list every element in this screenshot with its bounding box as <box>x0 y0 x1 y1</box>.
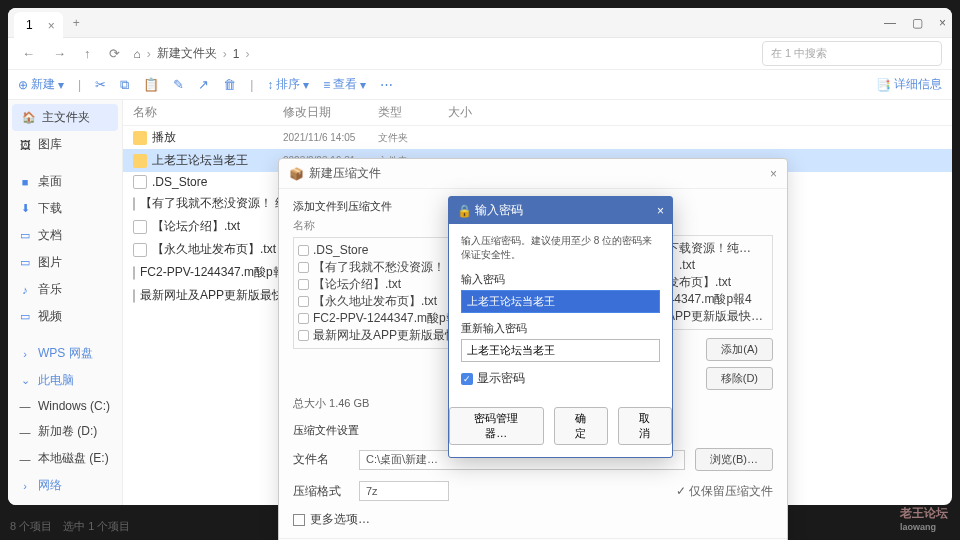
col-size[interactable]: 大小 <box>448 104 508 121</box>
sort-button[interactable]: ↕ 排序 ▾ <box>267 76 309 93</box>
browse-button[interactable]: 浏览(B)… <box>695 448 773 471</box>
copy-icon[interactable]: ⧉ <box>120 77 129 93</box>
watermark: 老王论坛laowang <box>900 503 948 532</box>
breadcrumb[interactable]: ⌂ › 新建文件夹 › 1 › <box>134 45 753 62</box>
file-icon <box>133 289 135 303</box>
sidebar-item-drive-d[interactable]: —新加卷 (D:) <box>8 418 122 445</box>
file-icon <box>133 220 147 234</box>
sidebar-item-downloads[interactable]: ⬇下载 <box>8 195 122 222</box>
more-options-check[interactable]: 更多选项… <box>293 511 773 528</box>
format-select[interactable] <box>359 481 449 501</box>
breadcrumb-seg[interactable]: 新建文件夹 <box>157 45 217 62</box>
password-dialog-title: 🔒 输入密码 × <box>449 197 672 224</box>
sidebar-item-documents[interactable]: ▭文档 <box>8 222 122 249</box>
rename-icon[interactable]: ✎ <box>173 77 184 92</box>
password-confirm-input[interactable]: 上老王论坛当老王 <box>461 339 660 362</box>
sidebar-item-pictures[interactable]: ▭图片 <box>8 249 122 276</box>
search-input[interactable]: 在 1 中搜索 <box>762 41 942 66</box>
sidebar-item-drive-c[interactable]: —Windows (C:) <box>8 394 122 418</box>
sidebar-item-music[interactable]: ♪音乐 <box>8 276 122 303</box>
window-controls: — ▢ × <box>884 16 946 30</box>
more-icon[interactable]: ⋯ <box>380 77 393 92</box>
archive-icon: 📦 <box>289 167 304 181</box>
cancel-button[interactable]: 取消 <box>618 407 672 445</box>
maximize-icon[interactable]: ▢ <box>912 16 923 30</box>
sidebar-item-network[interactable]: ›网络 <box>8 472 122 499</box>
delete-icon[interactable]: 🗑 <box>223 77 236 92</box>
home-icon: ⌂ <box>134 47 141 61</box>
password-manager-button[interactable]: 密码管理器… <box>449 407 544 445</box>
share-icon[interactable]: ↗ <box>198 77 209 92</box>
file-icon <box>298 279 309 290</box>
details-button[interactable]: 📑 详细信息 <box>876 76 942 93</box>
address-bar: ← → ↑ ⟳ ⌂ › 新建文件夹 › 1 › 在 1 中搜索 <box>8 38 952 70</box>
minimize-icon[interactable]: — <box>884 16 896 30</box>
refresh-icon[interactable]: ⟳ <box>105 44 124 63</box>
sidebar-item-home[interactable]: 🏠主文件夹 <box>12 104 118 131</box>
close-icon[interactable]: × <box>657 204 664 218</box>
sidebar-item-videos[interactable]: ▭视频 <box>8 303 122 330</box>
file-icon <box>298 313 309 324</box>
paste-icon[interactable]: 📋 <box>143 77 159 92</box>
back-icon[interactable]: ← <box>18 44 39 63</box>
ok-button[interactable]: 确定 <box>554 407 608 445</box>
sidebar-item-drive-e[interactable]: —本地磁盘 (E:) <box>8 445 122 472</box>
titlebar: 1 × + — ▢ × <box>8 8 952 38</box>
sidebar-item-desktop[interactable]: ■桌面 <box>8 168 122 195</box>
window-tab[interactable]: 1 × <box>14 12 63 38</box>
col-date[interactable]: 修改日期 <box>283 104 378 121</box>
password-dialog: 🔒 输入密码 × 输入压缩密码。建议使用至少 8 位的密码来保证安全性。 输入密… <box>448 196 673 458</box>
column-headers[interactable]: 名称 修改日期 类型 大小 <box>123 100 952 126</box>
password-input[interactable]: 上老王论坛当老王 <box>461 290 660 313</box>
file-icon <box>133 175 147 189</box>
file-icon <box>133 197 135 211</box>
folder-icon <box>133 131 147 145</box>
add-file-button[interactable]: 添加(A) <box>706 338 773 361</box>
breadcrumb-seg[interactable]: 1 <box>233 47 240 61</box>
file-icon <box>133 266 135 280</box>
file-icon <box>133 243 147 257</box>
close-icon[interactable]: × <box>770 167 777 181</box>
file-icon <box>298 245 309 256</box>
compress-dialog-title: 📦 新建压缩文件 × <box>279 159 787 189</box>
file-icon <box>298 262 309 273</box>
col-name[interactable]: 名称 <box>133 104 283 121</box>
remove-file-button[interactable]: 移除(D) <box>706 367 773 390</box>
password-hint: 输入压缩密码。建议使用至少 8 位的密码来保证安全性。 <box>461 234 660 262</box>
show-password-check[interactable]: ✓ 显示密码 <box>461 370 660 387</box>
tab-title: 1 <box>26 18 33 32</box>
sidebar-item-thispc[interactable]: ⌄此电脑 <box>8 367 122 394</box>
col-type[interactable]: 类型 <box>378 104 448 121</box>
file-icon <box>298 330 309 341</box>
file-icon <box>298 296 309 307</box>
lock-icon: 🔒 <box>457 204 472 218</box>
new-button[interactable]: ⊕ 新建 ▾ <box>18 76 64 93</box>
auto-delete-check[interactable]: ✓ 仅保留压缩文件 <box>676 483 773 500</box>
status-bar: 8 个项目 选中 1 个项目 <box>10 519 130 534</box>
checkbox-icon: ✓ <box>461 373 473 385</box>
sidebar-item-wps[interactable]: ›WPS 网盘 <box>8 340 122 367</box>
sidebar: 🏠主文件夹 🖼图库 ■桌面 ⬇下载 ▭文档 ▭图片 ♪音乐 ▭视频 ›WPS 网… <box>8 100 123 505</box>
close-icon[interactable]: × <box>939 16 946 30</box>
sidebar-item-gallery[interactable]: 🖼图库 <box>8 131 122 158</box>
toolbar: ⊕ 新建 ▾ | ✂ ⧉ 📋 ✎ ↗ 🗑 | ↕ 排序 ▾ ≡ 查看 ▾ ⋯ 📑… <box>8 70 952 100</box>
close-tab-icon[interactable]: × <box>48 19 55 33</box>
file-row[interactable]: 播放2021/11/6 14:05文件夹 <box>123 126 952 149</box>
folder-icon <box>133 154 147 168</box>
cut-icon[interactable]: ✂ <box>95 77 106 92</box>
add-tab-icon[interactable]: + <box>73 16 80 30</box>
up-icon[interactable]: ↑ <box>80 44 95 63</box>
forward-icon[interactable]: → <box>49 44 70 63</box>
view-button[interactable]: ≡ 查看 ▾ <box>323 76 366 93</box>
